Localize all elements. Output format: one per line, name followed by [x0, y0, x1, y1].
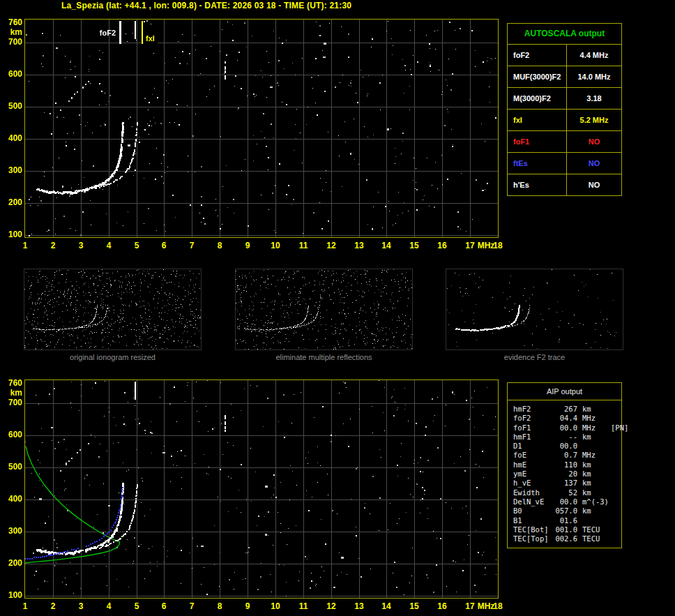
- y-tick-label: 760: [1, 18, 22, 27]
- y-tick-label: 760: [1, 379, 22, 388]
- autoscala-param-value: NO: [566, 153, 621, 174]
- x-tick-label: 13: [349, 602, 370, 611]
- y-tick-label: 200: [1, 198, 22, 207]
- autoscala-row-h'Es: h'EsNO: [508, 174, 621, 195]
- aip-row-Ewidth: Ewidth52km: [513, 488, 620, 497]
- autoscala-panel-title: AUTOSCALA output: [508, 24, 621, 44]
- autoscala-param-value: NO: [566, 131, 621, 152]
- y-tick-label: 600: [1, 70, 22, 79]
- y-tick-label: 600: [1, 430, 22, 440]
- aip-rows: hmF2267kmfoF204.4MHzfoF100.0MHz[PN]hmF1-…: [508, 400, 621, 543]
- y-tick-label: 200: [1, 559, 22, 568]
- x-tick-label: 14: [376, 602, 397, 611]
- aip-val: 01.6: [554, 516, 577, 525]
- aip-row-hmF1: hmF1--km: [513, 433, 620, 442]
- autoscala-param-label: foF1: [508, 131, 566, 152]
- ionogram-plot-main: [24, 19, 499, 238]
- autoscala-param-value: 3.18: [566, 88, 621, 109]
- aip-extra: [611, 433, 620, 442]
- thumbnail-eliminate-multiples: [235, 269, 413, 350]
- aip-name: ymE: [513, 469, 552, 479]
- aip-row-hmF2: hmF2267km: [513, 405, 620, 414]
- aip-val: --: [554, 433, 577, 442]
- thumbnail-caption-evidence-f2: evidence F2 trace: [446, 353, 623, 361]
- aip-unit: m^(-3): [579, 497, 609, 506]
- aip-unit: km: [579, 433, 609, 442]
- x-tick-label: 8: [209, 602, 230, 611]
- x-tick-label: 15: [404, 241, 425, 250]
- x-tick-label: 10: [265, 241, 286, 250]
- aip-extra: [611, 451, 620, 460]
- aip-extra: [611, 405, 620, 414]
- aip-output-panel: AIP output hmF2267kmfoF204.4MHzfoF100.0M…: [507, 382, 622, 548]
- autoscala-param-label: foF2: [508, 45, 566, 66]
- aip-name: hmF1: [513, 433, 552, 442]
- autoscala-param-label: ftEs: [508, 153, 566, 174]
- y-tick-label: 700: [1, 398, 22, 407]
- aip-val: 0.7: [554, 451, 577, 460]
- aip-name: hmF2: [513, 405, 552, 414]
- aip-name: TEC[Top]: [513, 534, 552, 543]
- aip-row-h_vE: h_vE137km: [513, 479, 620, 488]
- aip-unit: km: [579, 460, 609, 469]
- autoscala-output-panel: AUTOSCALA output foF24.4 MHzMUF(3000)F21…: [507, 23, 622, 196]
- aip-extra: [611, 516, 620, 525]
- autoscala-param-label: M(3000)F2: [508, 88, 566, 109]
- aip-name: TEC[Bot]: [513, 525, 552, 534]
- x-tick-label: 4: [98, 602, 119, 611]
- autoscala-param-value: NO: [566, 174, 621, 195]
- aip-extra: [611, 497, 620, 506]
- aip-row-hmE: hmE110km: [513, 460, 620, 469]
- autoscala-row-foF1: foF1NO: [508, 130, 621, 152]
- aip-row-B0: B0057.0km: [513, 506, 620, 516]
- y-tick-label: 700: [1, 38, 22, 47]
- y-tick-label: 400: [1, 495, 22, 504]
- y-tick-label: 100: [1, 230, 22, 239]
- aip-row-foF2: foF204.4MHz: [513, 414, 620, 423]
- thumbnail-evidence-f2-trace: [446, 269, 623, 350]
- x-tick-label: 8: [209, 241, 230, 250]
- aip-unit: TECU: [579, 525, 609, 534]
- y-tick-label: 400: [1, 134, 22, 143]
- autoscala-rows: foF24.4 MHzMUF(3000)F214.0 MHzM(3000)F23…: [508, 44, 621, 195]
- autoscala-param-label: MUF(3000)F2: [508, 66, 566, 87]
- ionogram-canvas-profile: [25, 380, 498, 598]
- x-tick-label: 3: [70, 602, 91, 611]
- x-tick-label: 7: [181, 241, 202, 250]
- aip-unit: km: [579, 488, 609, 497]
- aip-name: B1: [513, 516, 552, 525]
- x-tick-label: 5: [126, 241, 147, 250]
- x-tick-label: 1: [15, 241, 36, 250]
- aip-val: 110: [554, 460, 577, 469]
- aip-row-TEC[Top]: TEC[Top]002.6TECU: [513, 534, 620, 543]
- x-tick-label: 7: [181, 602, 202, 611]
- thumbnail-caption-eliminate-multiples: eliminate multiple reflections: [235, 353, 413, 361]
- aip-row-ymE: ymE20km: [513, 469, 620, 479]
- ionogram-canvas-main: [25, 20, 498, 237]
- aip-row-B1: B101.6: [513, 516, 620, 525]
- aip-row-DelN_vE: DelN_vE00.0m^(-3): [513, 497, 620, 506]
- aip-val: 057.0: [554, 506, 577, 516]
- aip-extra: [611, 525, 620, 534]
- ionogram-plot-profile: [24, 380, 499, 599]
- y-axis-unit-label: km: [1, 28, 22, 37]
- aip-extra: [611, 460, 620, 469]
- x-axis-unit-label: MHz: [474, 602, 498, 611]
- thumbnail-canvas-eliminate-multiples: [236, 269, 412, 350]
- aip-name: hmE: [513, 460, 552, 469]
- aip-extra: [611, 469, 620, 479]
- x-tick-label: 14: [376, 241, 397, 250]
- x-tick-label: 1: [15, 602, 36, 611]
- aip-extra: [611, 442, 620, 451]
- y-tick-label: 100: [1, 591, 22, 600]
- thumbnail-original-ionogram: [24, 269, 202, 350]
- autoscala-param-value: 14.0 MHz: [566, 66, 621, 87]
- aip-name: h_vE: [513, 479, 552, 488]
- page-title: La_Spezia (lat: +44.1 , lon: 009.8) - DA…: [61, 1, 351, 10]
- x-tick-label: 11: [293, 602, 314, 611]
- x-tick-label: 9: [237, 602, 258, 611]
- aip-extra: [611, 488, 620, 497]
- y-axis-unit-label: km: [1, 389, 22, 398]
- aip-row-foE: foE0.7MHz: [513, 451, 620, 460]
- autoscala-row-M(3000)F2: M(3000)F23.18: [508, 87, 621, 109]
